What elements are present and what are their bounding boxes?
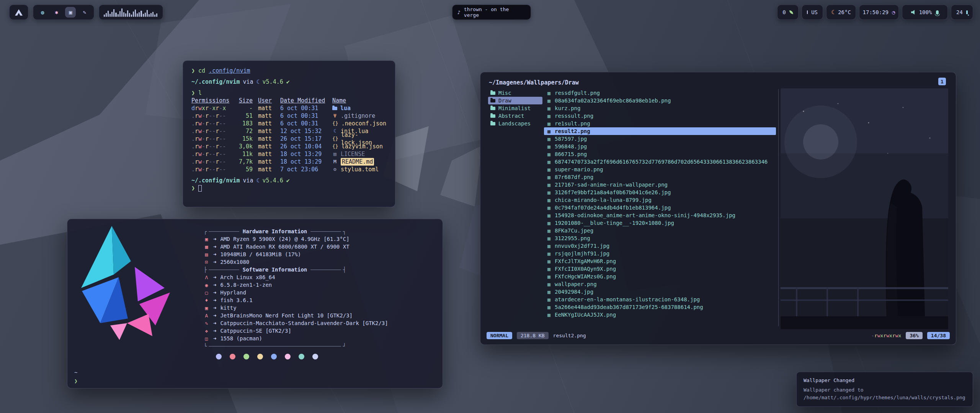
workspace-button-1[interactable]: ◍ — [37, 7, 48, 18]
keyboard-layout-module[interactable]: US — [802, 5, 823, 20]
image-icon: ▦ — [546, 281, 552, 287]
app-launcher-button[interactable] — [9, 5, 28, 20]
folder-name: Draw — [498, 98, 511, 104]
file-item[interactable]: ▦3126f7e9bbf21a8a4af0b67b041c6e26.jpg — [544, 189, 776, 196]
permissions-cell: .rw-r--r-- — [191, 150, 230, 158]
image-icon: ▦ — [546, 190, 552, 195]
hardware-title: Hardware Information — [241, 228, 309, 234]
visualizer-bar — [150, 13, 152, 17]
notifications-module[interactable]: 24 — [951, 5, 973, 20]
file-item[interactable]: ▦FXfcHgcWIAMzs0G.png — [544, 273, 776, 280]
file-item[interactable]: ▦68747470733a2f2f696d616765732d7769786d7… — [544, 158, 776, 166]
table-row: .rw-r--r--11kmatt18 oct 13:29▤LICENSE — [191, 150, 387, 158]
info-text: fish 3.6.1 — [220, 297, 252, 303]
shell-prompt[interactable]: ~ ❯ — [74, 368, 81, 385]
file-item[interactable]: ▦596848.jpg — [544, 143, 776, 150]
pane-divider — [778, 89, 779, 326]
user-cell: matt — [258, 158, 275, 166]
image-icon: ▦ — [546, 220, 552, 226]
file-item[interactable]: ▦nnvuv0xj2df71.jpg — [544, 242, 776, 250]
file-item[interactable]: ▦587597.jpg — [544, 135, 776, 143]
user-cell: matt — [258, 120, 275, 127]
sidebar-item-draw[interactable]: Draw — [488, 97, 542, 104]
prompt-path-line: ~/.config/nvimvia☾v5.4.6✔ — [191, 177, 387, 184]
workspace-button-2[interactable]: ✱ — [51, 7, 62, 18]
image-icon: ▦ — [546, 205, 552, 211]
name-cell: Ψ.gitignore — [332, 112, 387, 120]
date-cell: 7 oct 23:06 — [280, 166, 327, 173]
file-item[interactable]: ▦EeNKYgIUcAAJ5JX.png — [544, 311, 776, 319]
size-cell: 15k — [235, 135, 253, 143]
sidebar-item-misc[interactable]: Misc — [488, 89, 542, 97]
file-item[interactable]: ▦8FKa7Cu.jpeg — [544, 227, 776, 234]
file-item[interactable]: ▦ressdfgult.png — [544, 89, 776, 97]
folder-name: Misc — [498, 90, 511, 96]
info-text: 10948MiB / 64183MiB (17%) — [220, 251, 301, 257]
clock-icon: ◔ — [892, 9, 895, 15]
arrow-icon: ➜ — [213, 328, 216, 334]
image-icon: ▦ — [546, 243, 552, 249]
version-label: v5.4.6 — [263, 78, 283, 85]
file-item[interactable]: ▦re1sult.png — [544, 120, 776, 127]
sidebar-item-minimalist[interactable]: Minimalist — [488, 104, 542, 112]
command-line: ❯l — [191, 89, 387, 97]
file-listing: drwxr-xr-x-matt6 oct 00:31lua.rw-r--r--5… — [191, 104, 387, 173]
file-item[interactable]: ▦217167-sad-anime-rain-wallpaper.png — [544, 181, 776, 189]
file-name: result2.png — [555, 128, 590, 134]
image-icon: ▦ — [546, 151, 552, 157]
tab-indicator[interactable]: 1 — [938, 78, 946, 85]
file-item[interactable]: ▦result2.png — [544, 127, 776, 135]
file-item[interactable]: ▦kurz.png — [544, 104, 776, 112]
file-item[interactable]: ▦20492984.jpg — [544, 288, 776, 296]
weather-module[interactable]: ☾ 26°C — [826, 5, 856, 20]
file-item[interactable]: ▦0c794faf07de24a4db4d4fb1eb813964.jpg — [544, 204, 776, 211]
image-icon: ▦ — [546, 113, 552, 119]
file-item[interactable]: ▦866715.png — [544, 150, 776, 158]
workspace-button-3[interactable]: ▣ — [65, 7, 76, 18]
permissions-cell: .rw-r--r-- — [191, 158, 230, 166]
sidebar-item-landscapes[interactable]: Landscapes — [488, 120, 542, 127]
file-item[interactable]: ▦3122955.png — [544, 234, 776, 242]
notification-popup[interactable]: Wallpaper Changed Wallpaper changed to /… — [796, 372, 973, 407]
file-item[interactable]: ▦87r687df.png — [544, 173, 776, 181]
image-icon: ▦ — [546, 236, 552, 241]
image-icon: ▦ — [546, 174, 552, 180]
file-item[interactable]: ▦wallpaper.png — [544, 280, 776, 288]
workspace-button-4[interactable]: ✎ — [79, 7, 90, 18]
file-item[interactable]: ▦atardecer-en-la-montanas-ilustracion-63… — [544, 296, 776, 303]
braces-icon: {} — [332, 143, 338, 150]
file-item[interactable]: ▦resssult.png — [544, 112, 776, 120]
folder-name: Abstract — [498, 113, 524, 119]
terminal-color-palette — [216, 354, 318, 359]
file-item[interactable]: ▦08a634fa02a32364f69ebc86a98eb1eb.png — [544, 97, 776, 104]
file-item[interactable]: ▦chica-mirando-la-luna-8799.jpg — [544, 196, 776, 204]
info-text: 1558 (pacman) — [220, 335, 262, 341]
software-section-header: ├ Software Information ┤ — [204, 266, 346, 273]
breadcrumb-path: ~/Imagenes/Wallpapers/Draw — [489, 79, 579, 86]
file-item[interactable]: ▦rsjqojlmjhf91.jpg — [544, 250, 776, 257]
table-row: .rw-r--r--3,0kmatt26 oct 10:04{}lazyvim.… — [191, 143, 387, 150]
volume-module[interactable]: 100% — [902, 5, 948, 20]
palette-dot — [230, 354, 235, 359]
image-icon: ▦ — [546, 197, 552, 203]
media-player-module[interactable]: ♪ thrown - on the verge — [452, 5, 531, 20]
file-item[interactable]: ▦FXfcJlTXgAMvH6R.png — [544, 257, 776, 265]
clock-module[interactable]: 17:50:29 ◔ — [859, 5, 899, 20]
kernel-icon: ◉ — [204, 282, 209, 288]
sidebar-item-abstract[interactable]: Abstract — [488, 112, 542, 120]
workspaces-module[interactable]: ◍✱▣✎ — [33, 5, 94, 20]
file-item[interactable]: ▦FXfcII0X0AQyn9X.png — [544, 265, 776, 273]
image-icon: ▦ — [546, 128, 552, 134]
palette-dot — [271, 354, 277, 359]
file-item[interactable]: ▦super-mario.png — [544, 166, 776, 173]
image-icon: ▦ — [546, 144, 552, 150]
arch-logo-icon — [15, 9, 23, 16]
file-item[interactable]: ▦19201080-__blue-tinge__-1920×1080.jpg — [544, 219, 776, 227]
prompt-path: ~ — [74, 368, 81, 377]
info-line: ❖➜Catppuccin-SE [GTK2/3] — [204, 327, 436, 335]
prompt-cursor-line[interactable]: ❯ — [191, 184, 387, 192]
file-item[interactable]: ▦154928-odinokoe_anime-art-anime-okno-si… — [544, 211, 776, 219]
file-item[interactable]: ▦5a266e448add93deab367d87173e9f25-683788… — [544, 303, 776, 311]
updates-module[interactable]: 0 — [777, 5, 799, 20]
info-line: ▢➜Hyprland — [204, 289, 436, 296]
